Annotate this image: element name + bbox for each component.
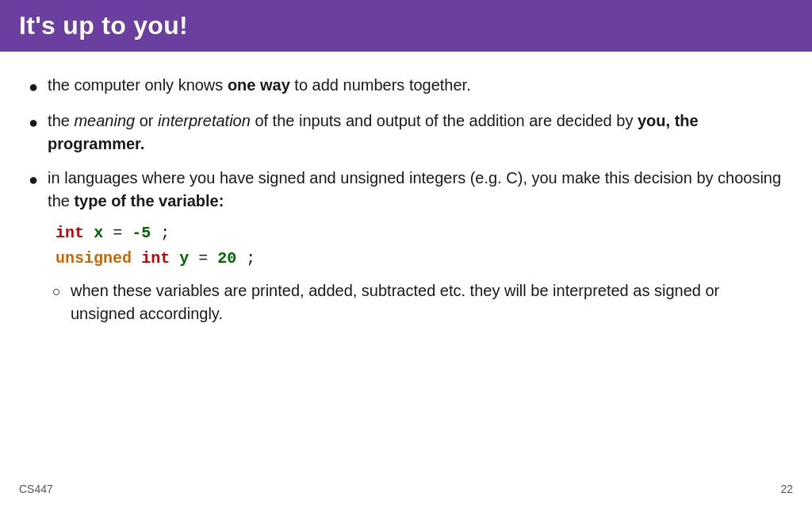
- bold-you-programmer: you, the programmer.: [48, 112, 699, 152]
- code-equals-2: =: [198, 249, 217, 267]
- var-y: y: [179, 249, 189, 267]
- slide-footer: CS447 22: [19, 483, 793, 495]
- bullet-dot-2: ●: [29, 111, 38, 134]
- bold-one-way: one way: [228, 76, 290, 94]
- var-x: x: [94, 224, 103, 242]
- bold-type-variable: type of the variable:: [74, 192, 224, 210]
- main-bullet-list: ● the computer only knows one way to add…: [29, 74, 783, 325]
- code-line-1: int x = -5 ;: [56, 221, 783, 246]
- value-neg5: -5: [132, 224, 151, 242]
- slide-content: ● the computer only knows one way to add…: [0, 52, 812, 352]
- sub-bullet-item-1: ○ when these variables are printed, adde…: [52, 279, 783, 325]
- keyword-int-2: int: [141, 249, 170, 267]
- keyword-int-1: int: [56, 224, 84, 242]
- bullet-text-2: the meaning or interpretation of the inp…: [48, 110, 783, 156]
- italic-meaning: meaning: [74, 112, 135, 129]
- bullet-dot-1: ●: [29, 75, 38, 98]
- italic-interpretation: interpretation: [158, 112, 251, 129]
- bullet-item-3: ● in languages where you have signed and…: [29, 167, 783, 325]
- footer-slide-number: 22: [780, 483, 793, 495]
- slide-title: It's up to you!: [19, 11, 793, 40]
- bullet-dot-3: ●: [29, 168, 38, 191]
- code-line-2: unsigned int y = 20 ;: [56, 246, 783, 271]
- code-semi-1: ;: [160, 224, 170, 242]
- value-20: 20: [217, 249, 236, 267]
- bullet-item-2: ● the meaning or interpretation of the i…: [29, 110, 783, 156]
- bullet-text-3: in languages where you have signed and u…: [48, 167, 783, 325]
- bullet-text-1: the computer only knows one way to add n…: [48, 74, 783, 97]
- sub-dot-1: ○: [52, 281, 61, 302]
- slide-header: It's up to you!: [0, 0, 812, 52]
- code-block: int x = -5 ; unsigned int y =: [56, 221, 783, 271]
- bullet-item-1: ● the computer only knows one way to add…: [29, 74, 783, 98]
- keyword-unsigned: unsigned: [56, 249, 132, 267]
- code-semi-2: ;: [246, 249, 255, 267]
- footer-course: CS447: [19, 483, 53, 495]
- code-equals-1: =: [113, 224, 132, 242]
- sub-bullet-text-1: when these variables are printed, added,…: [71, 279, 783, 325]
- sub-bullet-list: ○ when these variables are printed, adde…: [52, 279, 783, 325]
